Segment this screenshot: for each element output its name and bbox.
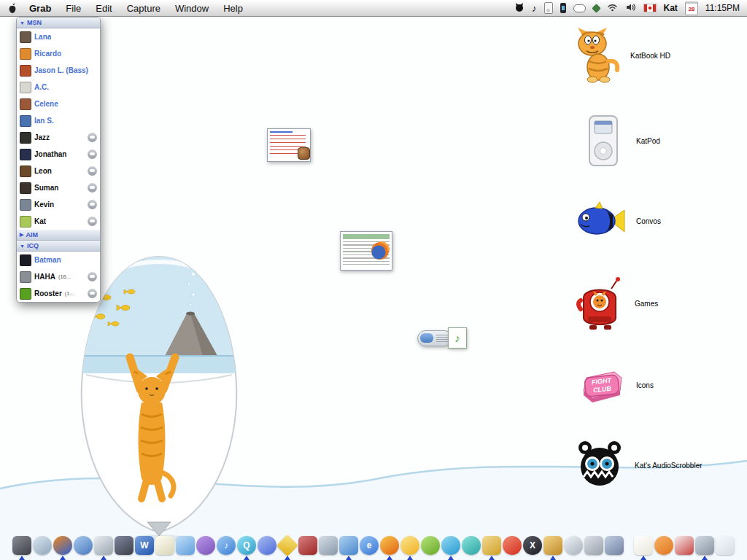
dock-slot <box>12 536 32 560</box>
disclosure-right-icon[interactable]: ▶ <box>20 232 23 238</box>
buddy-avatar <box>20 149 31 160</box>
chat-bubble-icon[interactable] <box>88 149 97 159</box>
phone-menu-icon[interactable] <box>560 3 566 13</box>
dock-icon-pencil[interactable] <box>543 536 562 555</box>
dock-icon-apple-app[interactable] <box>584 536 603 555</box>
buddy-row[interactable]: Jason L. (Bass) <box>17 62 100 79</box>
music-note-menu-icon[interactable]: ♪ <box>532 4 537 13</box>
dock-icon-pen-tablet[interactable] <box>12 536 31 555</box>
dock-icon-fire[interactable] <box>380 536 399 555</box>
dock-icon-basketball[interactable] <box>654 536 673 555</box>
desktop-icon-games[interactable]: Games <box>573 276 658 331</box>
dock-icon-trash[interactable] <box>716 536 735 555</box>
dock-icon-icq-flower[interactable] <box>421 536 440 555</box>
chat-bubble-icon[interactable] <box>88 183 97 192</box>
chat-bubble-icon[interactable] <box>88 289 97 298</box>
menu-file[interactable]: File <box>66 3 81 14</box>
dock-icon-x-ball[interactable]: X <box>523 536 542 555</box>
buddy-row[interactable]: Kat <box>17 213 100 230</box>
menu-username[interactable]: Kat <box>664 3 678 13</box>
group-header-msn[interactable]: ▼MSN <box>17 18 100 28</box>
buddy-row[interactable]: Batman <box>17 252 100 268</box>
volume-menu-icon[interactable] <box>625 3 636 14</box>
buddy-row[interactable]: Celene <box>17 96 100 112</box>
calendar-menu-icon[interactable]: 28 <box>685 1 698 15</box>
buddy-row[interactable]: Suman <box>17 179 100 196</box>
dock-icon-firefox[interactable] <box>53 536 72 555</box>
speech-pill-menu-icon[interactable] <box>573 4 586 12</box>
apple-menu-icon[interactable] <box>7 3 18 14</box>
chat-bubble-icon[interactable] <box>88 217 97 226</box>
dock-icon-tomato[interactable] <box>503 536 522 555</box>
dock-icon-word[interactable]: W <box>135 536 154 555</box>
dog-file-icon[interactable] <box>298 147 310 160</box>
dock-slot <box>155 536 175 560</box>
cat-menu-icon[interactable] <box>514 2 525 15</box>
menu-capture[interactable]: Capture <box>127 3 160 14</box>
dock-icon-quill[interactable] <box>319 536 338 555</box>
ir-diamond-menu-icon[interactable] <box>592 4 601 13</box>
dock-icon-itunes[interactable]: ♪ <box>217 536 236 555</box>
buddy-row[interactable]: Lana <box>17 28 100 45</box>
desktop-icon-katpod[interactable]: KatPod <box>576 113 660 168</box>
dock-icon-bomberman[interactable] <box>675 536 694 555</box>
desktop-icon-audioscrobbler[interactable]: Kat's AudioScrobbler <box>572 436 703 494</box>
group-header-aim[interactable]: ▶AIM <box>17 230 100 241</box>
chat-bubble-icon[interactable] <box>88 200 97 209</box>
buddy-row[interactable]: Kevin <box>17 196 100 213</box>
desktop-icon-label: Convos <box>636 217 661 225</box>
desktop-icon-icons[interactable]: FIGHT CLUB Icons <box>575 362 654 408</box>
buddy-row[interactable]: Ricardo <box>17 45 100 62</box>
buddy-name: Jazz <box>34 133 50 141</box>
dock-slot <box>53 536 73 560</box>
chat-bubble-icon[interactable] <box>88 133 97 142</box>
menu-help[interactable]: Help <box>223 3 243 14</box>
dock-icon-feather[interactable] <box>339 536 358 555</box>
disclosure-down-icon[interactable]: ▼ <box>20 244 25 249</box>
firefox-logo-icon[interactable] <box>371 241 390 263</box>
dock-icon-colorsync-flower[interactable] <box>258 536 276 555</box>
wifi-menu-icon[interactable] <box>607 3 618 14</box>
buddy-row[interactable]: Leon <box>17 163 100 179</box>
buddy-row[interactable]: Rooster(1... <box>17 285 100 302</box>
dock-icon-display[interactable] <box>94 536 113 555</box>
menu-window[interactable]: Window <box>175 3 209 14</box>
desktop-icon-convos[interactable]: Convos <box>573 195 661 246</box>
running-indicator <box>60 556 66 560</box>
dock-icon-msn-messenger[interactable] <box>441 536 460 555</box>
dock-icon-road-sign[interactable] <box>276 534 298 556</box>
dock-icon-toolbox[interactable] <box>695 536 714 555</box>
dock-icon-ichat[interactable] <box>176 536 195 555</box>
dock-icon-teal-sphere[interactable] <box>462 536 481 555</box>
menu-grab[interactable]: Grab <box>29 3 51 14</box>
dock-icon-sherlock[interactable] <box>482 536 501 555</box>
dock-icon-x11[interactable] <box>605 536 624 555</box>
buddy-row[interactable]: Jazz <box>17 129 100 146</box>
buddy-row[interactable]: HAHA(16... <box>17 268 100 285</box>
chat-bubble-icon[interactable] <box>88 166 97 176</box>
chat-bubble-icon[interactable] <box>88 272 97 281</box>
buddy-row[interactable]: A.C. <box>17 79 100 96</box>
ipod-menu-icon[interactable] <box>544 2 553 14</box>
canada-flag-icon[interactable] <box>643 4 657 12</box>
dock-icon-solitaire[interactable] <box>298 536 317 555</box>
menu-clock[interactable]: 11:15PM <box>705 3 740 13</box>
dock-icon-dvd-player[interactable] <box>196 536 215 555</box>
dock-icon-quicktime[interactable]: Q <box>237 536 256 555</box>
buddy-row[interactable]: Jonathan <box>17 146 100 163</box>
dock-icon-mahjong-tile[interactable] <box>634 536 653 555</box>
dock-icon-ink-bottle[interactable] <box>115 536 133 555</box>
dock-icon-web-globe[interactable] <box>33 536 52 555</box>
buddy-row[interactable]: Ian S. <box>17 112 100 129</box>
menu-edit[interactable]: Edit <box>96 3 112 14</box>
group-header-icq[interactable]: ▼ICQ <box>17 241 100 252</box>
disclosure-down-icon[interactable]: ▼ <box>20 20 25 26</box>
desktop-icon-katbook-hd[interactable]: KatBook HD <box>570 28 670 83</box>
dock-icon-aim[interactable] <box>400 536 419 555</box>
dock-icon-clock[interactable] <box>564 536 583 555</box>
dock-icon-earth[interactable] <box>74 536 93 555</box>
dock-icon-internet-explorer[interactable]: e <box>360 536 379 555</box>
music-file-icon[interactable]: ♪ <box>448 327 467 349</box>
dock-icon-stickies[interactable] <box>155 536 174 555</box>
mini-player-thumbnail[interactable] <box>417 330 452 346</box>
